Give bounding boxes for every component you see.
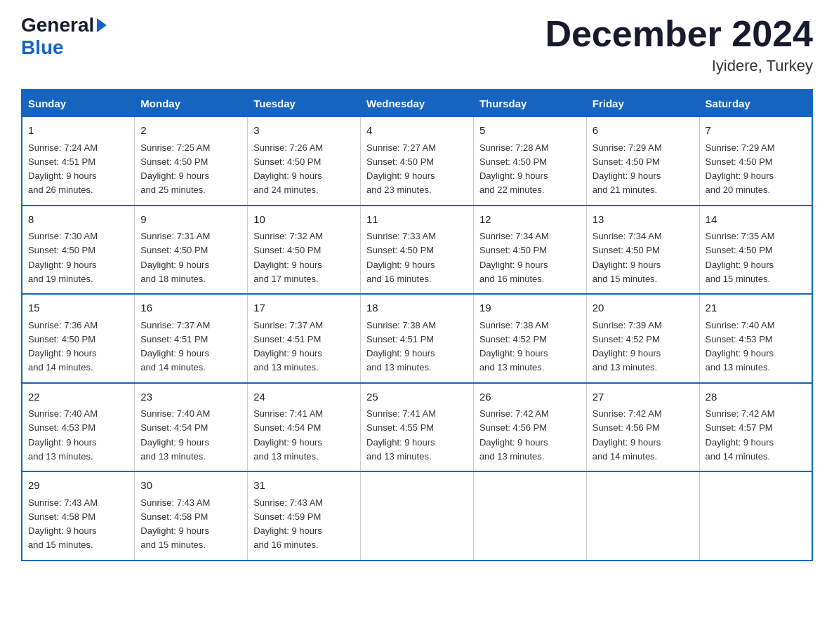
day-info: Sunrise: 7:28 AM Sunset: 4:50 PM Dayligh… (479, 142, 549, 196)
calendar-table: Sunday Monday Tuesday Wednesday Thursday… (21, 89, 813, 561)
day-info: Sunrise: 7:24 AM Sunset: 4:51 PM Dayligh… (28, 142, 98, 196)
day-number: 15 (28, 300, 128, 316)
table-row: 18 Sunrise: 7:38 AM Sunset: 4:51 PM Dayl… (361, 294, 474, 383)
table-row: 9 Sunrise: 7:31 AM Sunset: 4:50 PM Dayli… (135, 206, 248, 295)
day-number: 29 (28, 478, 128, 494)
table-row (699, 471, 812, 561)
day-info: Sunrise: 7:38 AM Sunset: 4:51 PM Dayligh… (366, 320, 436, 373)
table-row: 22 Sunrise: 7:40 AM Sunset: 4:53 PM Dayl… (22, 383, 135, 472)
table-row: 11 Sunrise: 7:33 AM Sunset: 4:50 PM Dayl… (361, 206, 474, 295)
day-info: Sunrise: 7:26 AM Sunset: 4:50 PM Dayligh… (253, 142, 323, 196)
table-row: 31 Sunrise: 7:43 AM Sunset: 4:59 PM Dayl… (248, 471, 361, 561)
day-info: Sunrise: 7:30 AM Sunset: 4:50 PM Dayligh… (28, 231, 98, 284)
day-info: Sunrise: 7:41 AM Sunset: 4:54 PM Dayligh… (253, 408, 323, 462)
day-number: 11 (366, 212, 468, 228)
day-number: 19 (479, 300, 581, 316)
page-header: General Blue December 2024 Iyidere, Turk… (21, 14, 813, 75)
day-info: Sunrise: 7:37 AM Sunset: 4:51 PM Dayligh… (253, 320, 323, 373)
subtitle: Iyidere, Turkey (545, 57, 813, 75)
col-saturday: Saturday (699, 90, 812, 117)
table-row: 30 Sunrise: 7:43 AM Sunset: 4:58 PM Dayl… (135, 471, 248, 561)
table-row: 24 Sunrise: 7:41 AM Sunset: 4:54 PM Dayl… (248, 383, 361, 472)
table-row: 10 Sunrise: 7:32 AM Sunset: 4:50 PM Dayl… (248, 206, 361, 295)
table-row: 2 Sunrise: 7:25 AM Sunset: 4:50 PM Dayli… (135, 117, 248, 206)
day-number: 14 (706, 212, 806, 228)
table-row (586, 471, 699, 561)
table-row: 4 Sunrise: 7:27 AM Sunset: 4:50 PM Dayli… (361, 117, 474, 206)
col-monday: Monday (135, 90, 248, 117)
logo-triangle-icon (97, 18, 107, 32)
day-info: Sunrise: 7:42 AM Sunset: 4:57 PM Dayligh… (706, 408, 775, 462)
day-info: Sunrise: 7:42 AM Sunset: 4:56 PM Dayligh… (479, 408, 549, 462)
table-row: 25 Sunrise: 7:41 AM Sunset: 4:55 PM Dayl… (361, 383, 474, 472)
table-row: 7 Sunrise: 7:29 AM Sunset: 4:50 PM Dayli… (699, 117, 812, 206)
day-number: 8 (28, 212, 128, 228)
day-info: Sunrise: 7:29 AM Sunset: 4:50 PM Dayligh… (593, 142, 662, 196)
day-number: 10 (253, 212, 355, 228)
table-row: 5 Sunrise: 7:28 AM Sunset: 4:50 PM Dayli… (473, 117, 586, 206)
day-info: Sunrise: 7:43 AM Sunset: 4:58 PM Dayligh… (140, 497, 210, 551)
col-wednesday: Wednesday (361, 90, 474, 117)
day-info: Sunrise: 7:39 AM Sunset: 4:52 PM Dayligh… (593, 320, 662, 373)
day-info: Sunrise: 7:40 AM Sunset: 4:53 PM Dayligh… (706, 320, 775, 373)
day-info: Sunrise: 7:34 AM Sunset: 4:50 PM Dayligh… (479, 231, 549, 284)
title-block: December 2024 Iyidere, Turkey (545, 14, 813, 75)
calendar-header-row: Sunday Monday Tuesday Wednesday Thursday… (22, 90, 812, 117)
table-row: 3 Sunrise: 7:26 AM Sunset: 4:50 PM Dayli… (248, 117, 361, 206)
table-row: 13 Sunrise: 7:34 AM Sunset: 4:50 PM Dayl… (586, 206, 699, 295)
table-row: 8 Sunrise: 7:30 AM Sunset: 4:50 PM Dayli… (22, 206, 135, 295)
table-row: 12 Sunrise: 7:34 AM Sunset: 4:50 PM Dayl… (473, 206, 586, 295)
day-info: Sunrise: 7:40 AM Sunset: 4:53 PM Dayligh… (28, 408, 98, 462)
day-number: 2 (140, 123, 241, 139)
table-row (473, 471, 586, 561)
day-number: 27 (593, 389, 694, 405)
table-row: 21 Sunrise: 7:40 AM Sunset: 4:53 PM Dayl… (699, 294, 812, 383)
day-info: Sunrise: 7:31 AM Sunset: 4:50 PM Dayligh… (140, 231, 210, 284)
day-info: Sunrise: 7:35 AM Sunset: 4:50 PM Dayligh… (706, 231, 775, 284)
day-number: 9 (140, 212, 241, 228)
day-number: 16 (140, 300, 241, 316)
table-row: 6 Sunrise: 7:29 AM Sunset: 4:50 PM Dayli… (586, 117, 699, 206)
calendar-week-row: 22 Sunrise: 7:40 AM Sunset: 4:53 PM Dayl… (22, 383, 812, 472)
day-info: Sunrise: 7:40 AM Sunset: 4:54 PM Dayligh… (140, 408, 210, 462)
day-info: Sunrise: 7:38 AM Sunset: 4:52 PM Dayligh… (479, 320, 549, 373)
col-tuesday: Tuesday (248, 90, 361, 117)
day-number: 22 (28, 389, 128, 405)
table-row: 1 Sunrise: 7:24 AM Sunset: 4:51 PM Dayli… (22, 117, 135, 206)
day-number: 24 (253, 389, 355, 405)
col-sunday: Sunday (22, 90, 135, 117)
day-number: 5 (479, 123, 581, 139)
table-row: 28 Sunrise: 7:42 AM Sunset: 4:57 PM Dayl… (699, 383, 812, 472)
main-title: December 2024 (545, 14, 813, 54)
day-info: Sunrise: 7:34 AM Sunset: 4:50 PM Dayligh… (593, 231, 662, 284)
calendar-week-row: 29 Sunrise: 7:43 AM Sunset: 4:58 PM Dayl… (22, 471, 812, 561)
day-number: 25 (366, 389, 468, 405)
day-number: 30 (140, 478, 241, 494)
table-row: 19 Sunrise: 7:38 AM Sunset: 4:52 PM Dayl… (473, 294, 586, 383)
calendar-week-row: 1 Sunrise: 7:24 AM Sunset: 4:51 PM Dayli… (22, 117, 812, 206)
day-number: 7 (706, 123, 806, 139)
table-row: 27 Sunrise: 7:42 AM Sunset: 4:56 PM Dayl… (586, 383, 699, 472)
logo: General Blue (21, 14, 107, 59)
table-row: 14 Sunrise: 7:35 AM Sunset: 4:50 PM Dayl… (699, 206, 812, 295)
day-info: Sunrise: 7:27 AM Sunset: 4:50 PM Dayligh… (366, 142, 436, 196)
day-number: 6 (593, 123, 694, 139)
col-thursday: Thursday (473, 90, 586, 117)
day-number: 4 (366, 123, 468, 139)
table-row: 20 Sunrise: 7:39 AM Sunset: 4:52 PM Dayl… (586, 294, 699, 383)
day-number: 28 (706, 389, 806, 405)
day-info: Sunrise: 7:42 AM Sunset: 4:56 PM Dayligh… (593, 408, 662, 462)
table-row (361, 471, 474, 561)
day-number: 26 (479, 389, 581, 405)
day-number: 17 (253, 300, 355, 316)
day-info: Sunrise: 7:29 AM Sunset: 4:50 PM Dayligh… (706, 142, 775, 196)
table-row: 16 Sunrise: 7:37 AM Sunset: 4:51 PM Dayl… (135, 294, 248, 383)
day-number: 20 (593, 300, 694, 316)
day-number: 18 (366, 300, 468, 316)
day-number: 13 (593, 212, 694, 228)
logo-blue-text: Blue (21, 36, 64, 59)
day-number: 31 (253, 478, 355, 494)
day-number: 12 (479, 212, 581, 228)
table-row: 26 Sunrise: 7:42 AM Sunset: 4:56 PM Dayl… (473, 383, 586, 472)
day-info: Sunrise: 7:43 AM Sunset: 4:58 PM Dayligh… (28, 497, 98, 551)
